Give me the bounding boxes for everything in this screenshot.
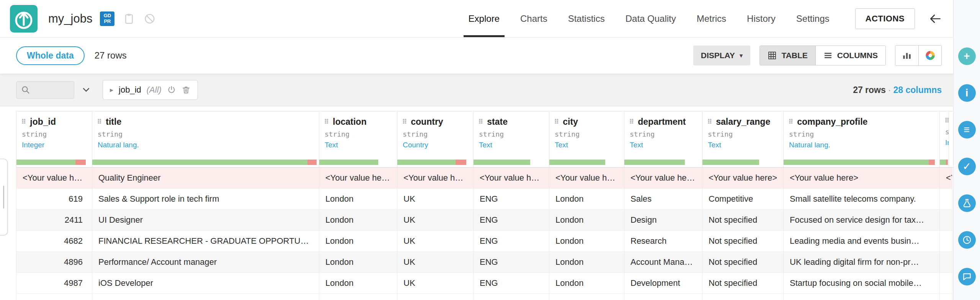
cell-salary-range[interactable]: Not specified [702, 252, 784, 273]
cell-state[interactable]: ENG [474, 273, 549, 294]
drag-handle-icon[interactable]: ⠿ [21, 118, 26, 126]
column-meaning-link[interactable]: Natural lang. [98, 141, 319, 149]
cell-city[interactable]: <Your value here> [549, 168, 624, 189]
cell-salary-range[interactable]: Not specified [702, 231, 784, 252]
cell-partial[interactable] [940, 210, 952, 231]
app-logo[interactable] [10, 5, 38, 33]
filter-chip-job-id[interactable]: ▸ job_id (All) [103, 80, 198, 100]
cell-company-profile[interactable]: Small satellite telecoms company. [784, 189, 940, 210]
cell-job-id[interactable]: 619 [16, 189, 92, 210]
power-icon[interactable] [167, 85, 176, 95]
summary-columns-link[interactable]: 28 columns [893, 85, 942, 95]
check-icon[interactable]: ✓ [958, 158, 976, 175]
column-header-salary-range[interactable]: ⠿salary_rangestringText [702, 111, 784, 167]
sample-whole-data-button[interactable]: Whole data [16, 46, 85, 65]
column-header-partial[interactable]: ⠿stringInteger [940, 111, 949, 167]
cell-state[interactable]: ENG [474, 231, 549, 252]
cell-location[interactable]: London [319, 252, 397, 273]
column-meaning-link[interactable]: Natural lang. [789, 141, 939, 149]
cell-city[interactable]: London [549, 210, 624, 231]
info-icon[interactable]: i [958, 84, 976, 102]
tab-data-quality[interactable]: Data Quality [615, 0, 686, 37]
column-meaning-link[interactable]: Text [708, 141, 783, 149]
column-header-country[interactable]: ⠿countrystringCountry [397, 111, 474, 167]
cell-country[interactable]: UK [397, 273, 474, 294]
drag-handle-icon[interactable]: ⠿ [402, 118, 407, 126]
cell-state[interactable]: ENG [474, 189, 549, 210]
cell-country[interactable]: <Your value here> [397, 168, 474, 189]
cell-department[interactable]: Sales [624, 189, 702, 210]
cell-company-profile[interactable]: Leading media and events busin… [784, 231, 940, 252]
cell-title[interactable]: Quality Engineer [92, 168, 319, 189]
tab-settings[interactable]: Settings [786, 0, 840, 37]
analyze-charts-button[interactable] [895, 46, 918, 65]
cell-company-profile[interactable]: UK leading digital firm for non-pr… [784, 252, 940, 273]
column-header-state[interactable]: ⠿statestringText [474, 111, 549, 167]
column-header-department[interactable]: ⠿departmentstringText [624, 111, 702, 167]
column-header-company-profile[interactable]: ⠿company_profilestringNatural lang. [784, 111, 940, 167]
tab-charts[interactable]: Charts [510, 0, 558, 37]
cell-title[interactable]: UI Designer [92, 210, 319, 231]
drag-handle-icon[interactable]: ⠿ [707, 118, 712, 126]
cell-country[interactable]: UK [397, 231, 474, 252]
cell-partial[interactable]: <Your value here> [940, 168, 952, 189]
cell-location[interactable]: London [319, 231, 397, 252]
column-meaning-link[interactable]: Text [479, 141, 549, 149]
cell-department[interactable]: Design [624, 210, 702, 231]
cell-city[interactable]: London [549, 252, 624, 273]
cell-location[interactable]: London [319, 210, 397, 231]
flask-icon[interactable] [958, 194, 976, 212]
actions-button[interactable]: ACTIONS [855, 8, 915, 29]
cell-partial[interactable] [940, 273, 952, 294]
cell-location[interactable]: London [319, 273, 397, 294]
table-view-button[interactable]: TABLE [760, 46, 815, 65]
cell-salary-range[interactable]: <Your value here> [702, 168, 784, 189]
cell-department[interactable]: Account Mana… [624, 252, 702, 273]
cell-state[interactable]: ENG [474, 210, 549, 231]
cell-city[interactable]: London [549, 189, 624, 210]
cell-job-id[interactable]: 4987 [16, 273, 92, 294]
left-panel-handle[interactable] [0, 159, 8, 235]
cell-country[interactable]: UK [397, 210, 474, 231]
cell-department[interactable]: <Your value here> [624, 168, 702, 189]
cell-state[interactable]: ENG [474, 252, 549, 273]
clock-icon[interactable] [958, 231, 976, 249]
column-header-title[interactable]: ⠿titlestringNatural lang. [92, 111, 319, 167]
list-icon[interactable]: ≡ [958, 121, 976, 139]
cell-title[interactable]: Performance/ Account manager [92, 252, 319, 273]
cell-country[interactable]: UK [397, 189, 474, 210]
cell-location[interactable]: <Your value here> [319, 168, 397, 189]
cell-job-id[interactable]: <Your value here> [16, 168, 92, 189]
cell-job-id[interactable]: 2411 [16, 210, 92, 231]
cell-partial[interactable] [940, 189, 952, 210]
cell-salary-range[interactable]: Not specified [702, 210, 784, 231]
cell-title[interactable]: FINANCIAL RESEARCHER - GRADUATE OPPORTUN… [92, 231, 319, 252]
filters-chevron-button[interactable] [81, 85, 91, 95]
column-meaning-link[interactable]: Text [325, 141, 397, 149]
cell-company-profile[interactable]: Focused on service design for tax… [784, 210, 940, 231]
drag-handle-icon[interactable]: ⠿ [629, 118, 634, 126]
chat-icon[interactable] [958, 268, 976, 285]
cell-job-id[interactable]: 4682 [16, 231, 92, 252]
display-button[interactable]: DISPLAY ▾ [693, 46, 751, 65]
column-header-location[interactable]: ⠿locationstringText [319, 111, 397, 167]
cell-job-id[interactable]: 4896 [16, 252, 92, 273]
column-meaning-link[interactable]: Country [403, 141, 473, 149]
drag-handle-icon[interactable]: ⠿ [944, 117, 949, 125]
cell-city[interactable]: London [549, 231, 624, 252]
drag-handle-icon[interactable]: ⠿ [554, 118, 559, 126]
tab-history[interactable]: History [737, 0, 786, 37]
column-meaning-link[interactable]: Text [630, 141, 702, 149]
columns-view-button[interactable]: COLUMNS [815, 46, 885, 65]
cell-salary-range[interactable]: Not specified [702, 273, 784, 294]
cell-partial[interactable] [940, 252, 952, 273]
cell-state[interactable]: <Your value here> [474, 168, 549, 189]
cell-department[interactable]: Research [624, 231, 702, 252]
cell-company-profile[interactable]: <Your value here> [784, 168, 940, 189]
cell-city[interactable]: London [549, 273, 624, 294]
column-meaning-link[interactable]: Text [555, 141, 624, 149]
tab-metrics[interactable]: Metrics [686, 0, 737, 37]
cell-partial[interactable] [940, 231, 952, 252]
drag-handle-icon[interactable]: ⠿ [788, 118, 793, 126]
column-meaning-link[interactable]: Integer [945, 139, 949, 147]
